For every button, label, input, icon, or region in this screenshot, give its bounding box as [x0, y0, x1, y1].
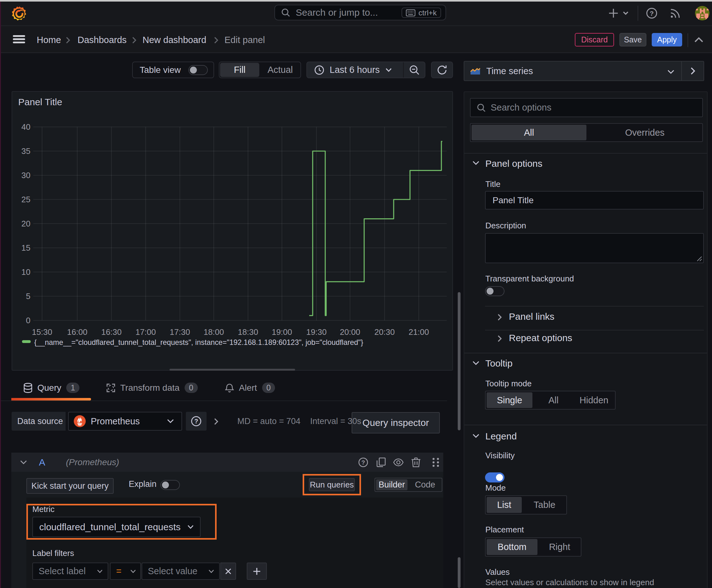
- svg-text:15:30: 15:30: [32, 327, 52, 337]
- svg-text:16:30: 16:30: [101, 327, 122, 337]
- svg-text:25: 25: [21, 195, 30, 204]
- svg-text:?: ?: [194, 418, 198, 425]
- svg-text:21:00: 21:00: [408, 327, 429, 337]
- svg-text:20:00: 20:00: [340, 327, 360, 337]
- svg-text:10: 10: [21, 267, 30, 277]
- svg-text:16:00: 16:00: [67, 327, 87, 337]
- svg-text:20:30: 20:30: [374, 327, 395, 337]
- svg-text:15: 15: [21, 243, 30, 253]
- svg-text:5: 5: [26, 292, 30, 301]
- svg-text:?: ?: [650, 10, 654, 17]
- svg-text:17:30: 17:30: [170, 327, 190, 337]
- svg-text:?: ?: [361, 459, 365, 466]
- svg-text:40: 40: [21, 122, 30, 132]
- svg-text:18:00: 18:00: [203, 327, 224, 337]
- svg-text:17:00: 17:00: [135, 327, 156, 337]
- svg-text:35: 35: [21, 146, 30, 156]
- svg-text:0: 0: [26, 316, 30, 325]
- svg-text:20: 20: [21, 219, 30, 228]
- svg-text:19:00: 19:00: [272, 327, 292, 337]
- svg-text:30: 30: [21, 171, 30, 180]
- svg-text:18:30: 18:30: [238, 327, 258, 337]
- svg-text:{__name__="cloudflared_tunnel_: {__name__="cloudflared_tunnel_total_requ…: [34, 338, 363, 346]
- svg-text:19:30: 19:30: [306, 327, 326, 337]
